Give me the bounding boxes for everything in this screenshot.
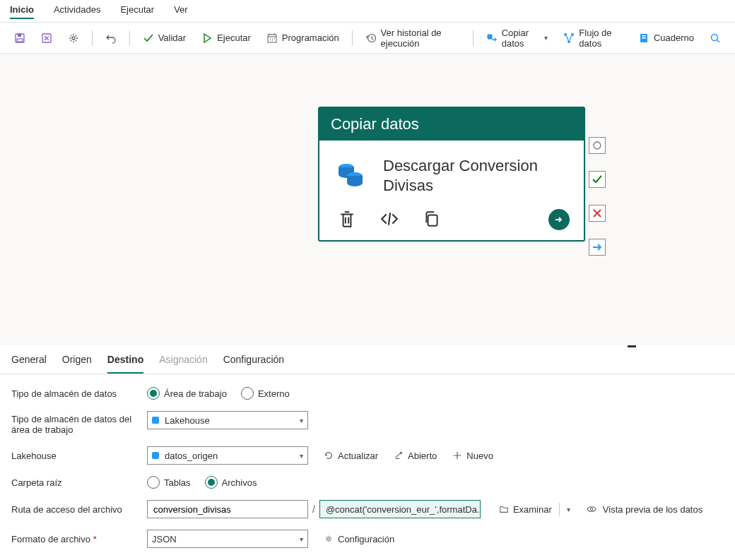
tab-general[interactable]: General [11,354,47,374]
file-path-dir-input[interactable] [147,500,308,518]
copy-icon[interactable] [423,210,441,230]
selection-marker [628,345,636,347]
dataflow-label: Flujo de datos [579,28,623,49]
svg-rect-17 [428,215,437,225]
radio-workspace-label: Área de trabajo [164,388,227,399]
detail-tabs: General Origen Destino Asignación Config… [0,345,735,374]
undo-icon [105,32,117,44]
tab-mapping[interactable]: Asignación [159,354,208,374]
code-icon[interactable] [380,210,399,230]
svg-rect-2 [17,39,23,42]
svg-point-19 [327,537,330,540]
port-fail[interactable] [589,205,606,222]
svg-point-9 [571,33,574,36]
history-button[interactable]: Ver historial de ejecución [360,25,466,52]
notebook-button[interactable]: Cuaderno [633,30,700,47]
tab-config[interactable]: Configuración [223,354,284,374]
discard-button[interactable] [35,30,58,47]
tab-destination[interactable]: Destino [107,354,143,374]
separator [92,30,93,46]
activity-header: Copiar datos [319,108,584,141]
svg-point-14 [712,34,718,40]
dataflow-icon [563,32,575,44]
delete-icon[interactable] [338,210,356,230]
ws-store-type-value: Lakehouse [165,415,210,426]
store-type-label: Tipo de almacén de datos [11,388,147,399]
radio-tables-label: Tablas [164,477,191,488]
run-button[interactable]: Ejecutar [196,30,257,47]
refresh-label: Actualizar [338,451,378,461]
copy-data-label: Copiar datos [502,28,539,49]
schedule-button[interactable]: Programación [261,30,345,47]
svg-rect-12 [642,35,646,37]
svg-point-4 [72,37,75,40]
ws-store-type-combo[interactable]: Lakehouse ▾ [147,411,308,429]
chevron-down-icon: ▾ [300,417,303,424]
menu-item-ver[interactable]: Ver [174,4,188,19]
radio-files[interactable]: Archivos [205,476,257,489]
file-format-label: Formato de archivo * [11,534,147,544]
ws-store-type-label: Tipo de almacén de datos del área de tra… [11,411,147,435]
root-folder-label: Carpeta raíz [11,477,147,488]
file-format-value: JSON [152,534,177,544]
port-success[interactable] [589,171,606,188]
separator [129,30,130,46]
radio-tables[interactable]: Tablas [147,476,191,489]
activity-footer [319,206,584,240]
file-path-label: Ruta de acceso del archivo [11,504,147,515]
activity-card[interactable]: Copiar datos Descargar Conversion Divisa… [318,107,585,242]
chevron-down-icon: ▾ [544,34,548,42]
lakehouse-value: datos_origen [165,451,218,461]
radio-icon [241,387,254,400]
radio-external[interactable]: Externo [241,387,290,400]
calendar-icon [266,32,278,44]
dataflow-button[interactable]: Flujo de datos [558,25,628,52]
check-icon [143,32,154,44]
separator [352,30,353,46]
file-path-expr-input[interactable]: @concat('conversion_eur_',formatDa... [319,500,481,518]
undo-button[interactable] [100,30,122,47]
file-format-combo[interactable]: JSON ▾ [147,530,308,548]
activity-body: Descargar Conversion Divisas [319,141,584,206]
lakehouse-icon [152,452,159,459]
activity-title: Descargar Conversion Divisas [383,156,570,195]
save-button[interactable] [8,30,31,47]
separator [473,30,474,46]
history-label: Ver historial de ejecución [381,28,460,49]
chevron-down-icon: ▾ [300,452,303,460]
browse-button[interactable]: Examinar [496,504,555,515]
new-button[interactable]: Nuevo [452,451,493,461]
copy-data-button[interactable]: Copiar datos ▾ [481,25,554,52]
format-config-button[interactable]: Configuración [324,534,394,544]
radio-workspace[interactable]: Área de trabajo [147,387,227,400]
refresh-button[interactable]: Actualizar [324,451,378,461]
menu-item-ejecutar[interactable]: Ejecutar [120,4,154,19]
root-folder-radio-group: Tablas Archivos [147,476,257,489]
search-button[interactable] [704,30,727,47]
open-button[interactable]: Abierto [394,451,437,461]
port-skip[interactable] [589,239,606,256]
settings-button[interactable] [62,30,85,47]
validate-button[interactable]: Validar [137,30,192,47]
run-label: Ejecutar [217,32,251,43]
menu-item-actividades[interactable]: Actividades [54,4,100,19]
browse-dropdown[interactable]: ▾ [564,506,573,513]
open-label: Abierto [408,451,437,461]
preview-label: Vista previa de los datos [603,504,702,515]
pipeline-canvas[interactable]: Copiar datos Descargar Conversion Divisa… [0,54,735,345]
preview-button[interactable]: Vista previa de los datos [586,504,702,515]
svg-rect-13 [642,37,646,39]
radio-icon [147,476,160,489]
search-icon [710,32,721,44]
menu-item-inicio[interactable]: Inicio [10,4,34,19]
lakehouse-type-icon [152,417,159,424]
validate-label: Validar [158,32,187,43]
lakehouse-combo[interactable]: datos_origen ▾ [147,446,308,465]
separator [559,503,560,516]
port-retry[interactable] [589,137,606,154]
tab-source[interactable]: Origen [62,354,92,374]
run-activity-button[interactable] [548,209,570,230]
menu-bar: Inicio Actividades Ejecutar Ver [0,0,735,23]
history-icon [365,32,377,44]
notebook-label: Cuaderno [654,32,694,43]
